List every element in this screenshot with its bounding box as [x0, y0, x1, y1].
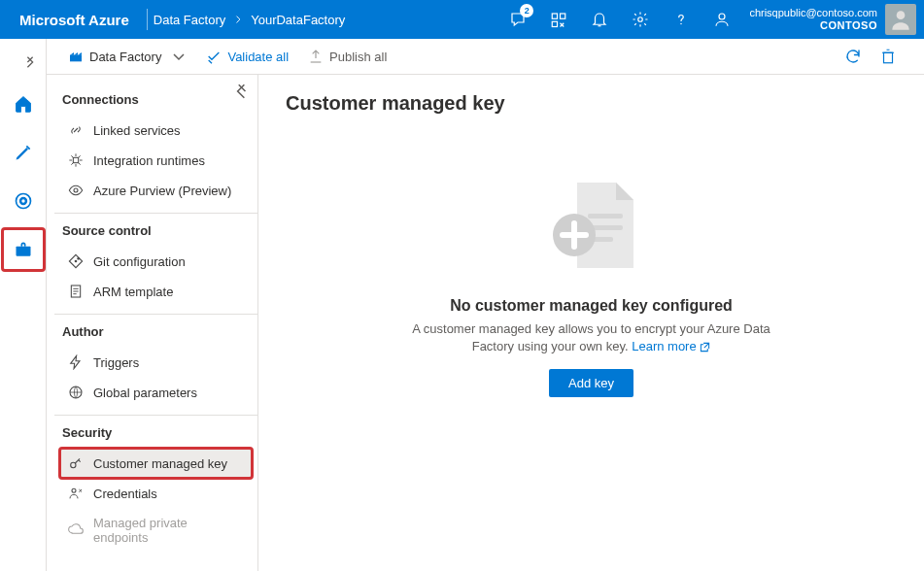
- publish-label: Publish all: [329, 50, 387, 64]
- nav-label: Triggers: [93, 355, 139, 370]
- svg-point-6: [897, 11, 906, 19]
- nav-purview[interactable]: Azure Purview (Preview): [60, 176, 252, 205]
- svg-rect-12: [884, 52, 893, 63]
- svg-point-5: [719, 14, 725, 19]
- notification-badge: 2: [520, 4, 533, 17]
- check-icon: [206, 49, 222, 64]
- rail-manage[interactable]: [3, 229, 44, 270]
- nav-label: Customer managed key: [93, 456, 227, 471]
- svg-rect-13: [73, 157, 78, 162]
- rail-monitor[interactable]: [3, 181, 44, 221]
- validate-all-button[interactable]: Validate all: [196, 49, 298, 64]
- detail-pane: Customer managed key No cust: [258, 75, 924, 571]
- brand[interactable]: Microsoft Azure: [8, 12, 141, 28]
- validate-label: Validate all: [227, 50, 289, 64]
- left-rail: [0, 39, 47, 571]
- chat-icon[interactable]: 2: [498, 0, 537, 39]
- nav-arm-template[interactable]: ARM template: [60, 277, 252, 306]
- nav-credentials[interactable]: Credentials: [60, 479, 252, 508]
- factory-label: Data Factory: [89, 50, 161, 64]
- nav-global-parameters[interactable]: Global parameters: [60, 378, 252, 407]
- section-author: Author: [54, 314, 257, 347]
- section-connections: Connections: [54, 86, 257, 115]
- nav-linked-services[interactable]: Linked services: [60, 116, 252, 145]
- svg-point-3: [638, 17, 643, 22]
- svg-point-4: [681, 23, 683, 25]
- svg-point-19: [71, 462, 76, 467]
- nav-label: Managed private endpoints: [93, 516, 244, 545]
- refresh-icon[interactable]: [842, 46, 864, 67]
- nav-label: Git configuration: [93, 254, 186, 269]
- page-title: Customer managed key: [286, 92, 897, 115]
- empty-illustration-icon: [524, 173, 660, 284]
- svg-rect-1: [561, 14, 565, 18]
- svg-point-14: [74, 188, 78, 192]
- nav-managed-private-endpoints: Managed private endpoints: [60, 509, 252, 552]
- nav-label: Integration runtimes: [93, 153, 205, 168]
- help-icon[interactable]: [662, 0, 701, 39]
- rail-expand-icon[interactable]: [0, 45, 47, 80]
- account-org: CONTOSO: [820, 19, 877, 32]
- nav-integration-runtimes[interactable]: Integration runtimes: [60, 146, 252, 175]
- chevron-down-icon: [171, 49, 187, 64]
- rail-author[interactable]: [3, 132, 44, 173]
- svg-point-9: [21, 199, 24, 202]
- empty-desc-text: A customer managed key allows you to enc…: [412, 321, 770, 353]
- feedback-icon[interactable]: [702, 0, 741, 39]
- section-security: Security: [54, 415, 257, 448]
- learn-more-link[interactable]: Learn more: [632, 339, 710, 353]
- svg-rect-2: [553, 21, 558, 26]
- factory-icon: [68, 49, 84, 64]
- header-divider: [147, 9, 148, 30]
- nav-git-config[interactable]: Git configuration: [60, 247, 252, 276]
- gear-icon[interactable]: [621, 0, 660, 39]
- add-key-button[interactable]: Add key: [549, 369, 633, 397]
- empty-description: A customer managed key allows you to enc…: [407, 320, 776, 355]
- svg-rect-11: [70, 55, 82, 62]
- nav-label: ARM template: [93, 285, 173, 299]
- rail-home[interactable]: [3, 84, 44, 124]
- chevron-right-icon: [233, 15, 243, 24]
- breadcrumb-service[interactable]: Data Factory: [154, 13, 225, 27]
- account-block[interactable]: chrisqpublic@contoso.com CONTOSO: [741, 7, 885, 32]
- nav-label: Global parameters: [93, 386, 197, 400]
- publish-icon: [308, 49, 324, 64]
- directory-icon[interactable]: [539, 0, 578, 39]
- section-source-control: Source control: [54, 213, 257, 246]
- svg-point-16: [77, 257, 80, 260]
- header-icons: 2: [498, 0, 741, 39]
- manage-sidepanel: Connections Linked services Integration …: [47, 75, 258, 571]
- svg-point-15: [75, 260, 78, 263]
- discard-icon[interactable]: [877, 46, 899, 67]
- nav-label: Credentials: [93, 487, 157, 501]
- svg-rect-10: [16, 247, 30, 256]
- svg-rect-21: [588, 214, 623, 218]
- publish-all-button[interactable]: Publish all: [298, 49, 396, 64]
- external-link-icon: [700, 342, 710, 353]
- factory-toolbar: Data Factory Validate all Publish all: [47, 39, 924, 74]
- nav-label: Azure Purview (Preview): [93, 184, 231, 198]
- global-header: Microsoft Azure Data Factory YourDataFac…: [0, 0, 924, 39]
- empty-state: No customer managed key configured A cus…: [286, 173, 897, 397]
- breadcrumb: Data Factory YourDataFactory: [154, 13, 346, 27]
- avatar[interactable]: [885, 4, 916, 35]
- nav-customer-managed-key[interactable]: Customer managed key: [60, 449, 252, 478]
- bell-icon[interactable]: [580, 0, 619, 39]
- account-email: chrisqpublic@contoso.com: [749, 7, 877, 19]
- nav-triggers[interactable]: Triggers: [60, 348, 252, 377]
- sidepanel-collapse-icon[interactable]: [232, 83, 250, 100]
- svg-rect-0: [553, 14, 558, 18]
- breadcrumb-resource[interactable]: YourDataFactory: [251, 13, 345, 27]
- empty-title: No customer managed key configured: [450, 297, 733, 315]
- factory-switcher[interactable]: Data Factory: [58, 49, 196, 64]
- svg-point-20: [72, 488, 76, 492]
- nav-label: Linked services: [93, 123, 181, 138]
